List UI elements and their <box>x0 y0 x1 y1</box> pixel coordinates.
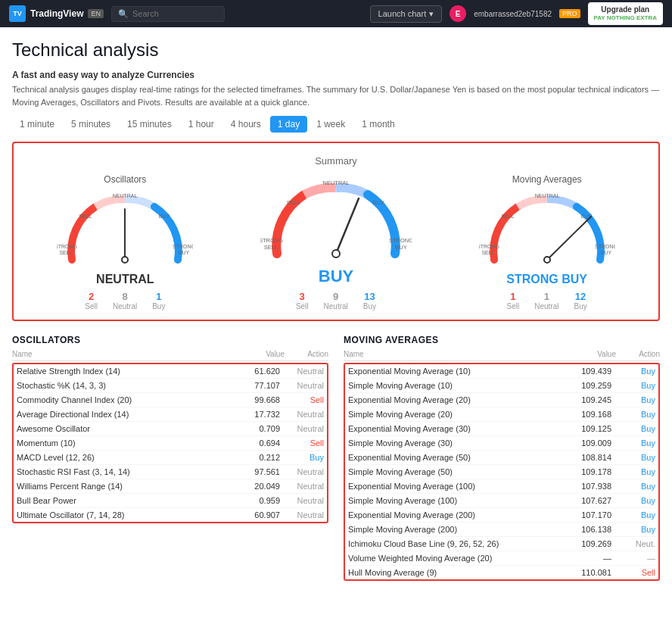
timeframe-tab-6[interactable]: 1 week <box>309 116 353 133</box>
table-row: Exponential Moving Average (30)109.125Bu… <box>345 422 658 436</box>
moving-averages-gauge: Moving Averages STRONG SELL SELL NEUTRAL… <box>464 174 630 310</box>
table-row: Volume Weighted Moving Average (20)—— <box>345 551 658 566</box>
svg-text:SELL: SELL <box>79 214 92 219</box>
svg-text:SELL: SELL <box>501 214 514 219</box>
upgrade-btn[interactable]: Upgrade plan PAY NOTHING EXTRA <box>588 2 663 24</box>
svg-text:NEUTRAL: NEUTRAL <box>534 193 559 198</box>
table-row: Ichimoku Cloud Base Line (9, 26, 52, 26)… <box>345 537 658 551</box>
summary-verdict: BUY <box>319 267 353 286</box>
table-row: Simple Moving Average (20)109.168Buy <box>345 407 658 422</box>
oscillators-gauge: Oscillators STRONG SELL SELL NEUTRAL BUY… <box>42 174 208 310</box>
oscillators-section-title: OSCILLATORS <box>12 335 328 345</box>
table-row: Stochastic RSI Fast (3, 14, 14)97.561Neu… <box>14 465 327 479</box>
gauge-section: Summary Oscillators STRONG SELL SELL NEU… <box>12 142 660 321</box>
svg-text:BUY: BUY <box>159 214 170 219</box>
svg-text:STRONG: STRONG <box>260 237 283 244</box>
launch-chart-btn[interactable]: Launch chart ▾ <box>370 5 443 23</box>
table-row: Simple Moving Average (50)109.178Buy <box>345 465 658 479</box>
svg-text:BUY: BUY <box>395 244 406 251</box>
svg-text:NEUTRAL: NEUTRAL <box>322 179 349 186</box>
info-title: A fast and easy way to analyze Currencie… <box>12 70 660 80</box>
launch-chart-label: Launch chart <box>378 9 427 18</box>
moving-averages-label: Moving Averages <box>512 174 582 185</box>
table-row: Exponential Moving Average (20)109.245Bu… <box>345 393 658 407</box>
svg-text:STRONG: STRONG <box>389 237 412 244</box>
search-bar[interactable]: 🔍 <box>111 6 225 22</box>
table-row: Ultimate Oscillator (7, 14, 28)60.907Neu… <box>14 508 327 522</box>
chevron-down-icon: ▾ <box>429 9 434 19</box>
ma-section-title: MOVING AVERAGES <box>344 335 660 345</box>
oscillators-rows-highlighted: Relative Strength Index (14)61.620Neutra… <box>12 363 328 523</box>
table-row: Exponential Moving Average (10)109.439Bu… <box>345 364 658 379</box>
table-row: Exponential Moving Average (50)108.814Bu… <box>345 451 658 465</box>
svg-text:SELL: SELL <box>287 199 300 206</box>
table-row: Exponential Moving Average (200)107.170B… <box>345 508 658 523</box>
timeframe-tab-5[interactable]: 1 day <box>270 116 307 133</box>
timeframe-tab-2[interactable]: 15 minutes <box>120 116 179 133</box>
svg-point-17 <box>332 250 340 257</box>
logo-badge: EN <box>88 9 104 18</box>
svg-text:STRONG: STRONG <box>173 244 193 249</box>
table-row: Stochastic %K (14, 3, 3)77.107Neutral <box>14 379 327 393</box>
info-desc: Technical analysis gauges display real-t… <box>12 83 660 108</box>
oscillators-verdict: NEUTRAL <box>96 273 154 286</box>
oscillators-table-header: Name Value Action <box>12 350 328 361</box>
logo-icon: TV <box>9 5 26 22</box>
summary-gauge: STRONG SELL SELL NEUTRAL BUY STRONG BUY … <box>253 174 419 310</box>
timeframe-tab-3[interactable]: 1 hour <box>181 116 222 133</box>
table-row: Simple Moving Average (200)106.138Buy <box>345 523 658 537</box>
svg-text:SELL: SELL <box>264 244 278 251</box>
oscillators-label: Oscillators <box>104 174 146 185</box>
svg-text:BUY: BUY <box>600 250 611 255</box>
logo[interactable]: TV TradingView EN <box>9 5 104 22</box>
svg-text:STRONG: STRONG <box>595 244 615 249</box>
svg-text:SELL: SELL <box>60 250 73 255</box>
svg-point-8 <box>122 257 128 263</box>
svg-text:BUY: BUY <box>372 199 384 206</box>
table-row: Average Directional Index (14)17.732Neut… <box>14 407 327 422</box>
logo-text: TradingView <box>30 8 83 19</box>
svg-point-26 <box>544 257 550 263</box>
user-avatar: E <box>450 5 466 22</box>
search-input[interactable] <box>132 9 208 18</box>
summary-counts: 3Sell 9Neutral 13Buy <box>296 291 376 310</box>
ma-svg: STRONG SELL SELL NEUTRAL BUY STRONG BUY <box>479 188 615 271</box>
oscillators-svg: STRONG SELL SELL NEUTRAL BUY STRONG BUY <box>57 188 193 271</box>
timeframe-tab-4[interactable]: 4 hours <box>223 116 269 133</box>
timeframe-tab-1[interactable]: 5 minutes <box>64 116 118 133</box>
svg-line-16 <box>336 198 359 254</box>
table-row: Simple Moving Average (30)109.009Buy <box>345 436 658 451</box>
tables-row: OSCILLATORS Name Value Action Relative S… <box>12 335 660 581</box>
search-icon: 🔍 <box>118 9 129 19</box>
svg-line-25 <box>547 217 591 260</box>
top-nav: TV TradingView EN 🔍 Launch chart ▾ E emb… <box>0 0 672 27</box>
table-row: Awesome Oscillator0.709Neutral <box>14 422 327 436</box>
timeframe-tab-7[interactable]: 1 month <box>354 116 402 133</box>
svg-text:NEUTRAL: NEUTRAL <box>113 193 138 198</box>
summary-label: Summary <box>20 155 652 167</box>
table-row: Exponential Moving Average (100)107.938B… <box>345 479 658 494</box>
ma-table-header: Name Value Action <box>344 350 660 361</box>
table-row: MACD Level (12, 26)0.212Buy <box>14 451 327 465</box>
ma-counts: 1Sell 1Neutral 12Buy <box>507 291 587 310</box>
table-row: Relative Strength Index (14)61.620Neutra… <box>14 364 327 379</box>
ma-verdict: STRONG BUY <box>506 273 587 286</box>
info-box: A fast and easy way to analyze Currencie… <box>12 70 660 108</box>
table-row: Commodity Channel Index (20)99.668Sell <box>14 393 327 407</box>
timeframe-tab-0[interactable]: 1 minute <box>12 116 62 133</box>
gauges-row: Oscillators STRONG SELL SELL NEUTRAL BUY… <box>20 174 652 310</box>
table-row: Simple Moving Average (100)107.627Buy <box>345 494 658 508</box>
table-row: Momentum (10)0.694Sell <box>14 436 327 451</box>
table-row: Simple Moving Average (10)109.259Buy <box>345 379 658 393</box>
table-row: Bull Bear Power0.959Neutral <box>14 494 327 508</box>
table-row: Hull Moving Average (9)110.081Sell <box>345 566 658 579</box>
svg-text:BUY: BUY <box>179 250 190 255</box>
oscillators-counts: 2Sell 8Neutral 1Buy <box>85 291 165 310</box>
ma-rows-highlighted: Exponential Moving Average (10)109.439Bu… <box>344 363 660 581</box>
oscillators-table: OSCILLATORS Name Value Action Relative S… <box>12 335 328 581</box>
summary-svg: STRONG SELL SELL NEUTRAL BUY STRONG BUY <box>260 174 412 265</box>
svg-text:STRONG: STRONG <box>479 244 499 249</box>
pro-badge: PRO <box>559 9 580 18</box>
table-row: Williams Percent Range (14)20.049Neutral <box>14 479 327 494</box>
main-content: Technical analysis A fast and easy way t… <box>0 27 672 593</box>
